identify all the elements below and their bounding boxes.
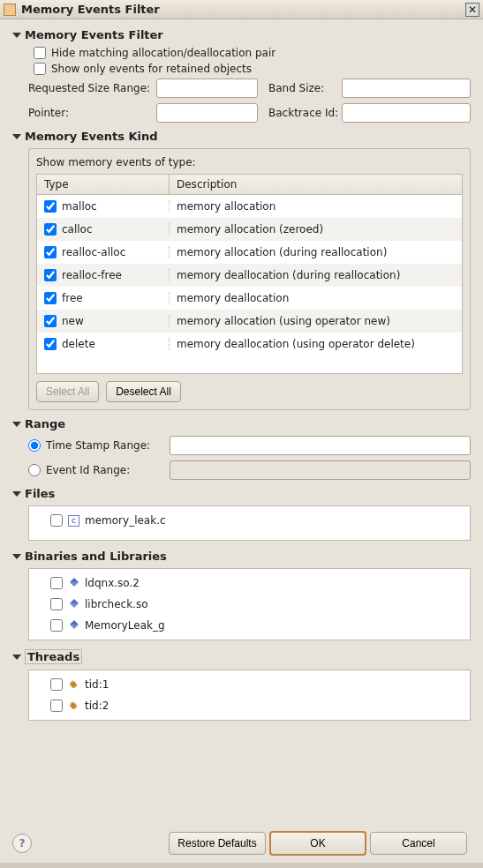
table-row[interactable]: callocmemory allocation (zeroed) xyxy=(37,218,462,241)
statusbar xyxy=(0,863,483,868)
section-filter-header[interactable]: Memory Events Filter xyxy=(12,28,471,41)
section-range-title: Range xyxy=(25,417,65,430)
backtrace-label: Backtrace Id: xyxy=(258,107,342,119)
hide-matching-checkbox[interactable] xyxy=(34,47,46,59)
type-name: calloc xyxy=(62,223,93,236)
backtrace-input[interactable] xyxy=(342,103,471,123)
band-size-label: Band Size: xyxy=(258,82,342,94)
col-desc-header[interactable]: Description xyxy=(170,175,462,194)
section-files-title: Files xyxy=(25,487,55,500)
binary-name: librcheck.so xyxy=(85,598,148,610)
type-checkbox[interactable] xyxy=(44,338,57,350)
binary-icon xyxy=(68,599,79,610)
eventid-range-radio[interactable] xyxy=(28,464,41,476)
list-item[interactable]: librcheck.so xyxy=(29,594,470,615)
table-row[interactable]: freememory deallocation xyxy=(37,287,462,310)
deselect-all-button[interactable]: Deselect All xyxy=(106,381,181,402)
thread-checkbox[interactable] xyxy=(50,678,63,691)
type-checkbox[interactable] xyxy=(44,315,57,327)
section-files-header[interactable]: Files xyxy=(12,487,471,500)
section-filter-title: Memory Events Filter xyxy=(25,28,163,41)
type-desc: memory deallocation (using operator dele… xyxy=(170,338,462,350)
type-checkbox[interactable] xyxy=(44,246,57,258)
list-item[interactable]: cmemory_leak.c xyxy=(29,510,470,531)
type-checkbox[interactable] xyxy=(44,292,57,304)
table-row[interactable]: realloc-allocmemory allocation (during r… xyxy=(37,241,462,264)
type-name: malloc xyxy=(62,200,97,213)
binary-icon xyxy=(68,578,79,589)
type-desc: memory allocation (during reallocation) xyxy=(170,246,462,258)
requested-size-label: Requested Size Range: xyxy=(28,82,156,94)
eventid-range-label: Event Id Range: xyxy=(46,464,170,476)
pointer-input[interactable] xyxy=(156,103,258,123)
section-range: Range Time Stamp Range: Event Id Range: xyxy=(12,417,471,480)
chevron-down-icon xyxy=(12,655,21,660)
list-item[interactable]: ldqnx.so.2 xyxy=(29,572,470,594)
restore-defaults-button[interactable]: Restore Defaults xyxy=(169,832,266,855)
window-icon xyxy=(4,4,16,16)
file-checkbox[interactable] xyxy=(50,514,63,527)
section-binaries: Binaries and Libraries ldqnx.so.2librche… xyxy=(12,550,471,640)
timestamp-range-input[interactable] xyxy=(170,436,471,455)
cancel-button[interactable]: Cancel xyxy=(370,832,467,855)
titlebar: Memory Events Filter ✕ xyxy=(0,0,483,19)
col-type-header[interactable]: Type xyxy=(37,175,170,194)
binary-icon xyxy=(68,620,79,632)
type-desc: memory deallocation xyxy=(170,292,462,304)
retained-checkbox[interactable] xyxy=(34,63,46,75)
section-range-header[interactable]: Range xyxy=(12,417,471,430)
window-title: Memory Events Filter xyxy=(21,3,465,16)
type-checkbox[interactable] xyxy=(44,269,57,281)
c-file-icon: c xyxy=(68,515,79,527)
table-row[interactable]: deletememory deallocation (using operato… xyxy=(37,333,462,355)
table-row[interactable]: mallocmemory allocation xyxy=(37,195,462,218)
type-desc: memory allocation xyxy=(170,200,462,213)
type-name: delete xyxy=(62,338,95,350)
thread-icon xyxy=(68,700,79,712)
show-events-label: Show memory events of type: xyxy=(36,156,463,168)
thread-checkbox[interactable] xyxy=(50,700,63,712)
hide-matching-label: Hide matching allocation/deallocation pa… xyxy=(51,47,275,59)
list-item[interactable]: tid:1 xyxy=(29,674,470,695)
chevron-down-icon xyxy=(12,491,21,497)
table-row[interactable]: newmemory allocation (using operator new… xyxy=(37,310,462,333)
select-all-button[interactable]: Select All xyxy=(36,381,99,402)
binary-checkbox[interactable] xyxy=(50,577,63,589)
binary-checkbox[interactable] xyxy=(50,619,63,632)
list-item[interactable]: MemoryLeak_g xyxy=(29,615,470,636)
binary-checkbox[interactable] xyxy=(50,598,63,610)
type-desc: memory allocation (zeroed) xyxy=(170,223,462,236)
list-item[interactable]: tid:2 xyxy=(29,695,470,716)
thread-icon xyxy=(68,679,79,691)
chevron-down-icon xyxy=(12,33,21,38)
thread-name: tid:2 xyxy=(85,700,109,712)
band-size-input[interactable] xyxy=(342,79,471,98)
section-kind-header[interactable]: Memory Events Kind xyxy=(12,130,471,143)
help-button[interactable]: ? xyxy=(12,834,32,853)
file-name: memory_leak.c xyxy=(85,514,166,527)
thread-name: tid:1 xyxy=(85,678,109,691)
type-name: new xyxy=(62,315,84,327)
event-type-table: Type Description mallocmemory allocation… xyxy=(36,174,463,374)
section-binaries-title: Binaries and Libraries xyxy=(25,550,167,563)
retained-label: Show only events for retained objects xyxy=(51,63,252,75)
close-button[interactable]: ✕ xyxy=(465,3,479,17)
section-kind: Memory Events Kind Show memory events of… xyxy=(12,130,471,410)
requested-size-input[interactable] xyxy=(156,79,258,98)
section-binaries-header[interactable]: Binaries and Libraries xyxy=(12,550,471,563)
eventid-range-input[interactable] xyxy=(170,460,471,480)
section-threads-header[interactable]: Threads xyxy=(12,649,471,664)
ok-button[interactable]: OK xyxy=(269,831,366,856)
chevron-down-icon xyxy=(12,422,21,427)
timestamp-range-radio[interactable] xyxy=(28,439,41,452)
type-checkbox[interactable] xyxy=(44,200,57,213)
pointer-label: Pointer: xyxy=(28,107,156,119)
chevron-down-icon xyxy=(12,554,21,559)
type-checkbox[interactable] xyxy=(44,223,57,236)
binary-name: ldqnx.so.2 xyxy=(85,577,140,589)
type-desc: memory deallocation (during reallocation… xyxy=(170,269,462,281)
threads-list: tid:1tid:2 xyxy=(28,670,471,721)
type-desc: memory allocation (using operator new) xyxy=(170,315,462,327)
table-row[interactable]: realloc-freememory deallocation (during … xyxy=(37,264,462,287)
type-name: realloc-alloc xyxy=(62,246,125,258)
